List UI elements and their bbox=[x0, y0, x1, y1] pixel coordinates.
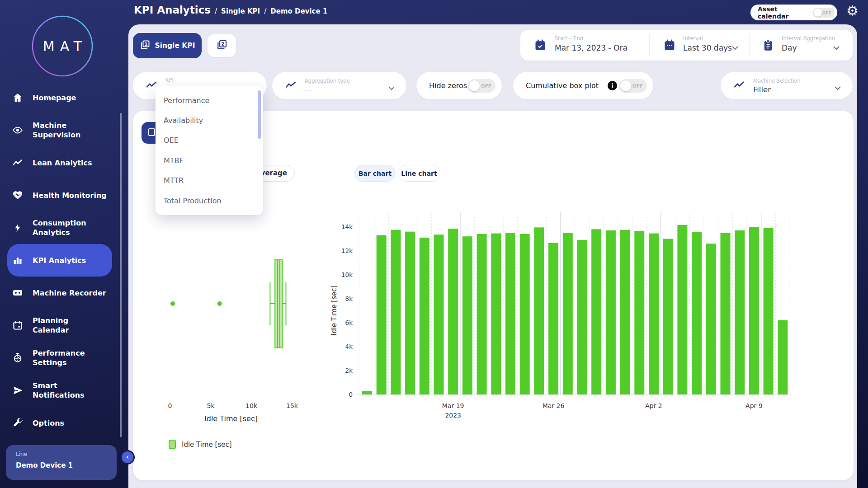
bar-mar-17[interactable] bbox=[420, 238, 429, 394]
clipboard-icon bbox=[762, 39, 774, 53]
bar-mar-29[interactable] bbox=[591, 229, 601, 394]
box[interactable] bbox=[275, 260, 282, 348]
bar-apr-3[interactable] bbox=[663, 239, 673, 395]
asset-calendar-pill[interactable]: Asset calendar OFF bbox=[750, 5, 837, 20]
bar-apr-2[interactable] bbox=[649, 234, 659, 394]
multi-kpi-button[interactable]: 2 bbox=[208, 34, 236, 57]
kpi-option-performance[interactable]: Performance bbox=[156, 90, 263, 110]
aggregation-type-select[interactable]: Aggregation type --- bbox=[272, 72, 406, 99]
sidebar-item-label: Lean Analytics bbox=[33, 158, 92, 168]
x-tick-label: Apr 2 bbox=[645, 402, 662, 409]
bar-apr-1[interactable] bbox=[634, 231, 644, 394]
settings-gear-icon[interactable]: ⚙ bbox=[846, 3, 859, 19]
bar-mar-15[interactable] bbox=[391, 230, 401, 394]
button-icon bbox=[148, 128, 155, 136]
bar-mar-14[interactable] bbox=[377, 235, 387, 394]
bar-mar-25[interactable] bbox=[534, 227, 544, 394]
toggle-knob bbox=[814, 9, 822, 17]
bar-mar-28[interactable] bbox=[577, 240, 587, 394]
kpi-option-mttr[interactable]: MTTR bbox=[156, 171, 263, 191]
bar-mar-13[interactable] bbox=[362, 391, 372, 394]
device-type-label: Line bbox=[16, 451, 117, 457]
sidebar-item-planning-calendar[interactable]: Planning Calendar bbox=[7, 309, 112, 342]
start-end-field[interactable]: Start – End Mar 13, 2023 - Ora bbox=[555, 35, 627, 52]
sidebar-collapse-button[interactable]: ‹ bbox=[120, 450, 135, 465]
bar-chart-button[interactable]: Bar chart bbox=[354, 165, 396, 182]
kpi-option-oee[interactable]: OEE bbox=[156, 131, 263, 150]
bar-mar-19[interactable] bbox=[448, 229, 458, 394]
dropdown-scrollbar[interactable] bbox=[258, 90, 261, 139]
sidebar-item-machine-recorder[interactable]: Machine Recorder bbox=[7, 277, 112, 309]
kpi-option-total-production[interactable]: Total Production bbox=[156, 191, 263, 211]
single-kpi-icon: 1 bbox=[140, 39, 151, 52]
hide-zeros-toggle[interactable]: OFF bbox=[467, 79, 495, 93]
outlier-point[interactable] bbox=[217, 301, 222, 306]
sidebar-item-performance-settings[interactable]: Performance Settings bbox=[7, 342, 112, 374]
bar-mar-31[interactable] bbox=[620, 230, 630, 394]
sidebar-item-label: Consumption Analytics bbox=[33, 218, 83, 237]
asset-calendar-label: Asset calendar bbox=[758, 5, 808, 20]
calendar-icon bbox=[12, 320, 23, 331]
bar-apr-6[interactable] bbox=[706, 244, 716, 394]
bar-mar-27[interactable] bbox=[563, 233, 573, 394]
sidebar-item-label: Performance Settings bbox=[33, 348, 83, 367]
sidebar-item-label: Health Monitoring bbox=[33, 191, 107, 200]
asset-calendar-toggle[interactable]: OFF bbox=[813, 8, 835, 18]
sidebar-item-consumption-analytics[interactable]: Consumption Analytics bbox=[7, 211, 112, 244]
bar-mar-18[interactable] bbox=[434, 235, 444, 394]
interval-aggregation-field[interactable]: Interval Aggregation Day bbox=[782, 35, 835, 52]
machine-selection-select[interactable]: Machine Selection Filler bbox=[721, 72, 853, 99]
sidebar-item-kpi-analytics[interactable]: KPI Analytics bbox=[7, 244, 112, 277]
bar-apr-8[interactable] bbox=[735, 230, 745, 394]
bar-mar-30[interactable] bbox=[606, 230, 616, 394]
toggle-state-label: OFF bbox=[481, 83, 491, 89]
chevron-down-icon[interactable] bbox=[833, 43, 840, 47]
x-tick-sublabel: 2023 bbox=[445, 412, 461, 419]
stopwatch-icon bbox=[12, 352, 23, 363]
kpi-option-mtbf[interactable]: MTBF bbox=[156, 150, 263, 170]
chevron-down-icon bbox=[388, 84, 395, 88]
bar-apr-5[interactable] bbox=[692, 232, 702, 394]
device-panel[interactable]: Line Demo Device 1 bbox=[6, 445, 117, 480]
outlier-point[interactable] bbox=[170, 301, 175, 306]
bar-apr-9[interactable] bbox=[749, 227, 759, 394]
sidebar-item-health-monitoring[interactable]: Health Monitoring bbox=[7, 179, 112, 211]
sidebar-item-lean-analytics[interactable]: Lean Analytics bbox=[7, 146, 112, 179]
cumulative-box-plot-toggle[interactable]: OFF bbox=[619, 79, 647, 93]
single-kpi-button[interactable]: 1 Single KPI bbox=[133, 33, 202, 58]
info-icon[interactable]: i bbox=[608, 81, 617, 90]
breadcrumb-item[interactable]: Single KPI bbox=[221, 7, 260, 15]
home-icon bbox=[12, 92, 23, 103]
sidebar-nav: HomepageMachine SupervisionLean Analytic… bbox=[0, 81, 121, 439]
x-tick-label: 0 bbox=[168, 402, 172, 409]
sidebar-item-machine-supervision[interactable]: Machine Supervision bbox=[7, 114, 112, 146]
bar-mar-23[interactable] bbox=[505, 233, 515, 394]
line-chart-button[interactable]: Line chart bbox=[398, 165, 440, 182]
sidebar-scrollbar[interactable] bbox=[120, 113, 122, 437]
sidebar-item-homepage[interactable]: Homepage bbox=[7, 81, 112, 114]
breadcrumb-separator: / bbox=[264, 7, 266, 15]
bar-mar-22[interactable] bbox=[491, 234, 501, 394]
heart-icon bbox=[12, 190, 23, 201]
bar-apr-4[interactable] bbox=[677, 225, 687, 394]
bar-mar-21[interactable] bbox=[477, 234, 487, 394]
bar-mar-26[interactable] bbox=[548, 243, 558, 394]
interval-field[interactable]: Interval Last 30 days bbox=[683, 35, 732, 52]
x-axis-title: Idle Time [sec] bbox=[204, 414, 258, 423]
trend-icon bbox=[285, 79, 297, 93]
sidebar-item-label: Smart Notifications bbox=[33, 381, 83, 400]
bar-apr-11[interactable] bbox=[778, 320, 788, 394]
bar-mar-20[interactable] bbox=[462, 236, 472, 394]
sidebar-item-smart-notifications[interactable]: Smart Notifications bbox=[7, 374, 112, 407]
breadcrumb-item[interactable]: Demo Device 1 bbox=[270, 7, 327, 15]
kpi-option-availability[interactable]: Availability bbox=[156, 110, 263, 130]
chevron-down-icon[interactable] bbox=[732, 43, 738, 47]
sidebar-item-options[interactable]: Options bbox=[7, 407, 112, 439]
y-tick-label: 6k bbox=[345, 319, 353, 326]
bar-apr-7[interactable] bbox=[721, 233, 731, 394]
bar-mar-24[interactable] bbox=[520, 234, 530, 394]
y-tick-label: 8k bbox=[345, 295, 353, 302]
bar-mar-16[interactable] bbox=[405, 232, 415, 394]
date-toolbar: Start – End Mar 13, 2023 - Ora Interval … bbox=[520, 30, 853, 61]
bar-apr-10[interactable] bbox=[764, 228, 774, 394]
